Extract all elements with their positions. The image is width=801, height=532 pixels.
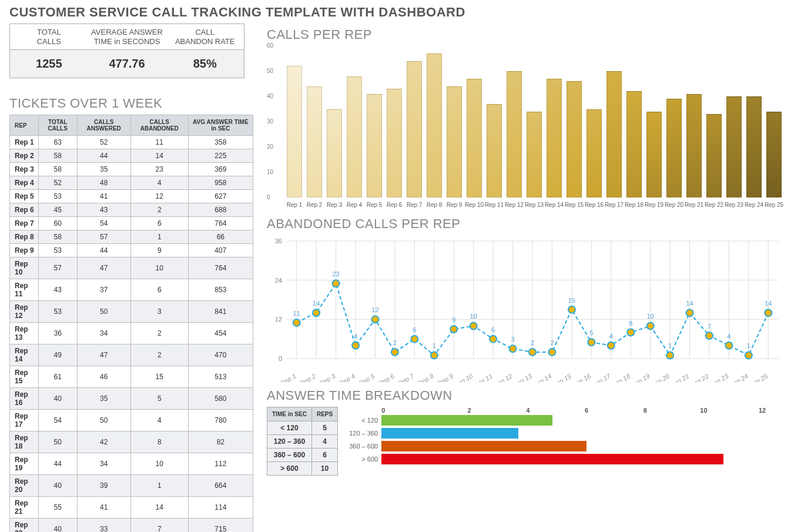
hbar-label: < 120 bbox=[346, 417, 381, 424]
x-label: Rep 12 bbox=[504, 202, 524, 208]
cell-abandoned: 14 bbox=[130, 497, 188, 518]
kpi-value: 1255 bbox=[10, 49, 88, 78]
th-rep: REP bbox=[10, 115, 39, 136]
x-tick: 2 bbox=[440, 407, 499, 414]
svg-point-63 bbox=[490, 336, 497, 343]
kpi-abandon-rate: CALLABANDON RATE 85% bbox=[166, 24, 244, 78]
svg-text:Rep 2: Rep 2 bbox=[299, 372, 317, 382]
svg-text:Rep 4: Rep 4 bbox=[338, 372, 356, 382]
svg-text:12: 12 bbox=[275, 316, 282, 323]
svg-text:Rep 20: Rep 20 bbox=[649, 372, 671, 382]
bar bbox=[347, 76, 362, 198]
cell-answered: 57 bbox=[77, 230, 130, 244]
cell-reps: 10 bbox=[311, 462, 337, 476]
cell-answered: 47 bbox=[77, 344, 130, 366]
table-row: Rep 2040391664 bbox=[10, 475, 253, 497]
kpi-label: AVERAGE ANSWER bbox=[91, 28, 163, 36]
cell-reps: 4 bbox=[311, 435, 337, 449]
bar bbox=[507, 71, 522, 198]
x-label: Rep 24 bbox=[744, 202, 764, 208]
hbar-label: 360 – 600 bbox=[346, 443, 381, 450]
cell-abandoned: 4 bbox=[130, 410, 188, 431]
cell-rep: Rep 8 bbox=[10, 230, 39, 244]
x-label: Rep 15 bbox=[564, 202, 584, 208]
bar bbox=[427, 53, 442, 198]
table-row: Rep 21554114114 bbox=[10, 497, 253, 518]
cell-avg: 715 bbox=[188, 518, 253, 532]
cell-answered: 39 bbox=[77, 475, 130, 497]
x-tick: 6 bbox=[557, 407, 616, 414]
x-label: Rep 22 bbox=[704, 202, 724, 208]
x-label: Rep 11 bbox=[484, 202, 504, 208]
cell-rep: Rep 22 bbox=[10, 518, 39, 532]
cell-total: 40 bbox=[38, 475, 77, 497]
bar bbox=[527, 112, 542, 198]
y-tick: 50 bbox=[267, 68, 273, 74]
table-row: Rep 10574710764 bbox=[10, 257, 253, 279]
cell-rep: Rep 6 bbox=[10, 203, 39, 217]
svg-point-66 bbox=[510, 345, 517, 352]
th-time: TIME in SEC bbox=[267, 407, 312, 421]
cell-abandoned: 10 bbox=[130, 257, 188, 279]
cell-total: 52 bbox=[38, 176, 77, 190]
x-label: Rep 6 bbox=[384, 202, 404, 208]
svg-point-96 bbox=[706, 332, 713, 339]
cell-answered: 48 bbox=[77, 176, 130, 190]
svg-point-33 bbox=[293, 319, 300, 326]
svg-text:2: 2 bbox=[531, 339, 534, 346]
svg-point-42 bbox=[352, 342, 359, 349]
svg-point-90 bbox=[666, 352, 673, 359]
svg-text:4: 4 bbox=[727, 333, 730, 340]
table-row: Rep 19443410112 bbox=[10, 453, 253, 475]
cell-abandoned: 10 bbox=[130, 453, 188, 475]
cell-abandoned: 2 bbox=[130, 203, 188, 217]
kpi-cards: TOTALCALLS 1255 AVERAGE ANSWERTIME in SE… bbox=[9, 24, 244, 78]
cell-abandoned: 3 bbox=[130, 301, 188, 323]
bar bbox=[327, 109, 342, 198]
svg-point-36 bbox=[313, 309, 320, 316]
answer-time-title: ANSWER TIME BREAKDOWN bbox=[267, 388, 792, 403]
table-row: 120 – 3604 bbox=[267, 435, 338, 449]
cell-answered: 44 bbox=[77, 149, 130, 163]
hbar bbox=[381, 441, 586, 451]
x-label: Rep 5 bbox=[364, 202, 384, 208]
cell-abandoned: 2 bbox=[130, 323, 188, 344]
svg-point-54 bbox=[431, 352, 438, 359]
table-row: Rep 1253503841 bbox=[10, 301, 253, 323]
table-row: Rep 3583523369 bbox=[10, 163, 253, 176]
bar bbox=[407, 61, 422, 198]
svg-point-105 bbox=[765, 309, 772, 316]
cell-time: 360 – 600 bbox=[267, 449, 312, 462]
svg-text:0: 0 bbox=[279, 355, 282, 362]
cell-total: 36 bbox=[38, 323, 77, 344]
x-label: Rep 2 bbox=[304, 202, 324, 208]
hbar-label: > 600 bbox=[346, 456, 381, 463]
bar bbox=[367, 94, 382, 198]
table-row: Rep 760546764 bbox=[10, 217, 253, 230]
svg-text:24: 24 bbox=[275, 277, 282, 284]
svg-text:2: 2 bbox=[393, 339, 397, 346]
answer-time-chart: 024681012 < 120120 – 360360 – 600> 600 bbox=[346, 407, 792, 466]
cell-abandoned: 4 bbox=[130, 176, 188, 190]
kpi-label: CALLS bbox=[37, 37, 61, 46]
cell-abandoned: 1 bbox=[130, 230, 188, 244]
svg-text:Rep 12: Rep 12 bbox=[492, 372, 514, 382]
hbar bbox=[381, 415, 552, 426]
table-row: Rep 15614615513 bbox=[10, 366, 253, 388]
bar bbox=[547, 79, 562, 198]
bar bbox=[666, 99, 682, 198]
cell-total: 40 bbox=[38, 388, 77, 410]
y-tick: 60 bbox=[267, 42, 273, 49]
cell-total: 54 bbox=[38, 410, 77, 431]
x-tick: 12 bbox=[733, 407, 792, 414]
svg-text:11: 11 bbox=[293, 310, 300, 317]
cell-rep: Rep 15 bbox=[10, 366, 39, 388]
svg-text:23: 23 bbox=[332, 270, 339, 277]
bar bbox=[307, 86, 322, 198]
kpi-label: ABANDON RATE bbox=[175, 37, 235, 46]
cell-abandoned: 9 bbox=[130, 244, 188, 257]
svg-point-51 bbox=[411, 336, 418, 343]
cell-rep: Rep 21 bbox=[10, 497, 39, 518]
kpi-avg-answer: AVERAGE ANSWERTIME in SECONDS 477.76 bbox=[88, 24, 166, 78]
answer-time-table: TIME in SEC REPS < 1205120 – 3604360 – 6… bbox=[267, 407, 338, 476]
